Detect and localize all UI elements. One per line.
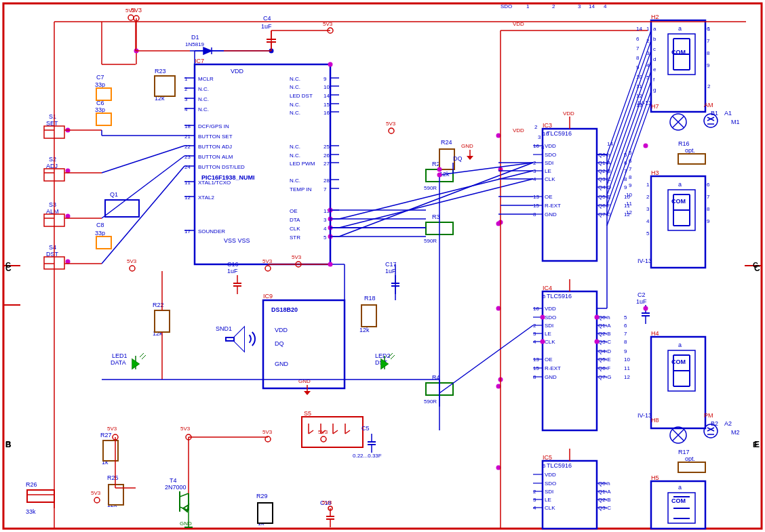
- schematic-view: [0, 0, 765, 532]
